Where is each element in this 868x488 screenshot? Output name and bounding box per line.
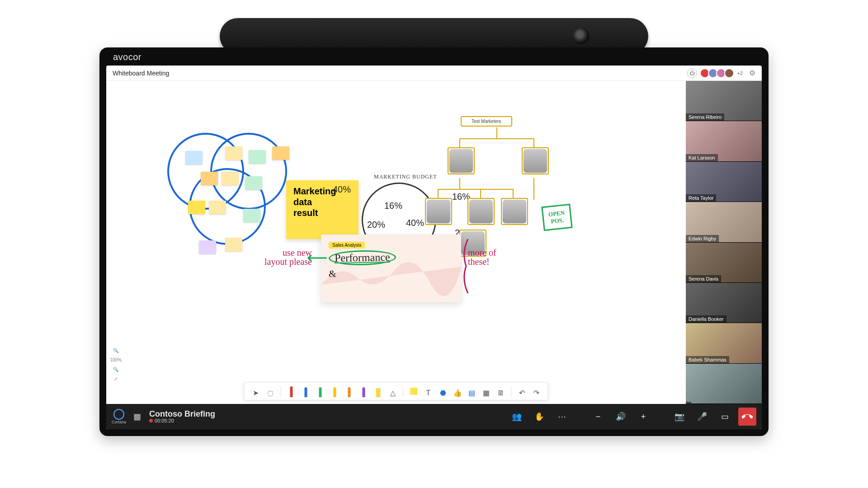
camera-lens	[573, 28, 590, 44]
participants-icon[interactable]: 👥	[508, 408, 526, 426]
video-tile[interactable]: Daniella Booker	[686, 283, 762, 323]
sticky-note-tool-icon[interactable]	[410, 385, 418, 397]
orgchart-person[interactable]	[524, 149, 547, 173]
share-screen-icon[interactable]: ▭	[716, 408, 734, 426]
pen-purple-icon[interactable]	[360, 385, 368, 397]
camera-toggle-icon[interactable]: 📷	[670, 408, 689, 426]
reaction-tool-icon[interactable]: 👍	[453, 385, 462, 397]
volume-down-icon[interactable]: −	[589, 408, 607, 426]
layout-grid-icon[interactable]: ▦	[133, 412, 141, 422]
template-tool-icon[interactable]: ▦	[482, 385, 491, 397]
org-chart[interactable]: OPEN POS.	[443, 119, 588, 237]
handwriting-right[interactable]: more of these!	[468, 248, 496, 266]
text-tool-icon[interactable]: T	[425, 385, 433, 397]
sticky-note[interactable]	[188, 201, 205, 214]
video-tile[interactable]: Reta Taylor	[686, 162, 762, 202]
fit-icon[interactable]: ⤢	[114, 376, 118, 381]
sticky-note[interactable]	[245, 176, 262, 190]
display-frame: avocor Whiteboard Meeting ⏻ +2 ⚙	[99, 47, 769, 436]
participant-name	[686, 402, 691, 404]
sticky-note[interactable]	[272, 146, 289, 160]
participant-name: Serena Ribeiro	[686, 113, 724, 121]
participant-video-strip: Serena Ribeiro Kat Larsson Reta Taylor E…	[686, 81, 762, 404]
cortana-button[interactable]: Cortana	[112, 409, 126, 424]
zoom-out-icon[interactable]: 🔍	[113, 367, 118, 372]
hang-up-button[interactable]	[738, 408, 756, 426]
video-tile[interactable]: Kat Larsson	[686, 121, 762, 161]
raise-hand-icon[interactable]: ✋	[530, 408, 548, 426]
sticky-note[interactable]	[185, 151, 203, 164]
recording-indicator-icon	[149, 419, 153, 422]
whiteboard-title: Whiteboard Meeting	[113, 70, 169, 77]
activity-icon[interactable]: ⏻	[687, 68, 697, 78]
speaker-icon[interactable]: 🔊	[612, 408, 630, 426]
meeting-title: Contoso Briefing	[149, 410, 215, 418]
arrow-icon	[305, 253, 328, 266]
meeting-elapsed-time: 00:05:20	[155, 418, 174, 423]
device-brand-label: avocor	[113, 52, 142, 62]
avatar[interactable]	[724, 68, 734, 78]
cursor-tool-icon[interactable]: ➤	[252, 385, 260, 397]
video-tile[interactable]: Babek Shammas	[686, 323, 762, 363]
cortana-label: Cortana	[112, 420, 126, 424]
undo-icon[interactable]: ↶	[518, 385, 526, 397]
performance-card[interactable]: Sales Analysis Performance &	[321, 235, 461, 302]
participant-name: Serena Davis	[686, 275, 721, 282]
orgchart-person[interactable]	[503, 200, 526, 223]
pie-callout: 40%	[333, 184, 351, 195]
mic-toggle-icon[interactable]: 🎤	[693, 408, 711, 426]
sticky-note[interactable]	[201, 172, 218, 185]
participant-name: Kat Larsson	[686, 154, 718, 161]
sticky-note[interactable]	[249, 150, 266, 164]
performance-card-tag: Sales Analysis	[329, 242, 365, 249]
lasso-tool-icon[interactable]: ◌	[266, 385, 274, 397]
sticky-note[interactable]	[209, 201, 226, 214]
whiteboard-toolbar: ➤ ◌ △ T ⬣	[244, 382, 548, 400]
pie-slice-label: 20%	[367, 220, 385, 230]
document-tool-icon[interactable]: 🗎	[497, 385, 505, 397]
avatar-overflow-count[interactable]: +2	[737, 70, 743, 76]
pie-slice-label: 16%	[384, 201, 402, 211]
shape-tool-icon[interactable]: ⬣	[439, 385, 447, 397]
pen-red-icon[interactable]	[288, 385, 296, 397]
pen-blue-icon[interactable]	[302, 385, 310, 397]
screen: Whiteboard Meeting ⏻ +2 ⚙	[106, 66, 762, 429]
volume-up-icon[interactable]: +	[634, 408, 652, 426]
video-tile[interactable]: Serena Davis	[686, 243, 762, 283]
pen-orange-icon[interactable]	[345, 385, 354, 397]
settings-icon[interactable]: ⚙	[749, 69, 755, 77]
sticky-note[interactable]	[243, 209, 260, 222]
highlighter-icon[interactable]	[374, 385, 382, 397]
orgchart-person[interactable]	[469, 200, 493, 223]
pen-yellow-icon[interactable]	[331, 385, 339, 397]
zoom-in-icon[interactable]: 🔍	[113, 348, 118, 353]
orgchart-person[interactable]	[427, 200, 450, 223]
video-tile[interactable]	[686, 364, 762, 404]
participant-name: Reta Taylor	[686, 194, 716, 202]
redo-icon[interactable]: ↷	[533, 385, 541, 397]
meeting-control-bar: Cortana ▦ Contoso Briefing 00:05:20 👥 ✋ …	[106, 404, 762, 429]
perf-sparkline	[321, 253, 461, 298]
whiteboard-canvas[interactable]: Marketing data result MARKETING BUDGET 4…	[106, 81, 686, 404]
sticky-note[interactable]	[225, 146, 242, 160]
cortana-icon	[113, 409, 124, 420]
image-tool-icon[interactable]: ▤	[468, 385, 476, 397]
video-tile[interactable]: Serena Ribeiro	[686, 81, 762, 121]
open-position-badge[interactable]: OPEN POS.	[541, 204, 572, 231]
pen-green-icon[interactable]	[316, 385, 325, 397]
video-tile[interactable]: Edwin Rigby	[686, 202, 762, 242]
more-actions-icon[interactable]: ⋯	[553, 408, 571, 426]
participant-name: Daniella Booker	[686, 315, 726, 323]
brace-icon	[462, 239, 471, 293]
venn-diagram[interactable]	[167, 133, 303, 250]
participant-avatar-stack[interactable]: +2	[702, 68, 743, 78]
pie-title: MARKETING BUDGET	[374, 174, 437, 180]
participant-name: Edwin Rigby	[686, 235, 719, 242]
sticky-note[interactable]	[225, 238, 242, 251]
eraser-icon[interactable]: △	[389, 385, 397, 397]
zoom-controls: 🔍 100% 🔍 ⤢	[109, 348, 123, 381]
sticky-note[interactable]	[199, 240, 216, 254]
sticky-note[interactable]	[222, 172, 239, 185]
orgchart-person[interactable]	[449, 149, 473, 173]
pie-slice-label: 40%	[406, 218, 424, 228]
